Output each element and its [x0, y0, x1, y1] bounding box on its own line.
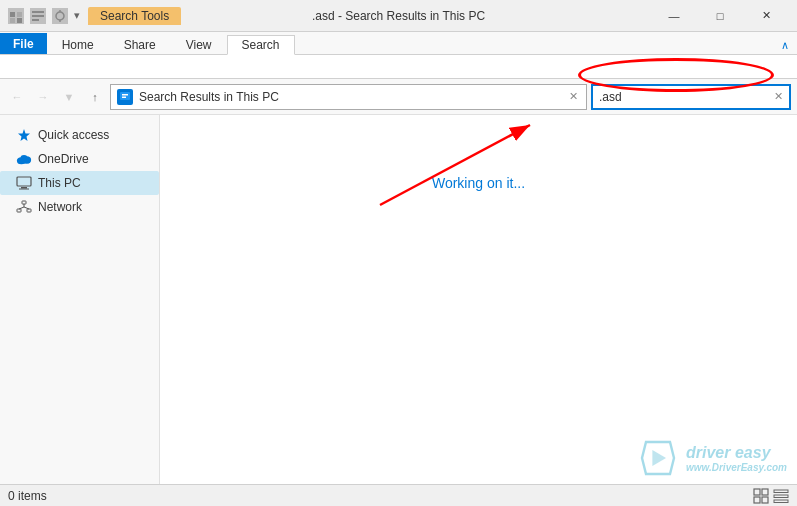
search-tools-label: Search Tools	[100, 9, 169, 23]
svg-rect-0	[10, 12, 15, 17]
svg-line-28	[380, 125, 530, 205]
svg-line-25	[19, 207, 24, 209]
sidebar-label-network: Network	[38, 200, 82, 214]
window-title: .asd - Search Results in This PC	[312, 9, 485, 23]
status-items: 0 items	[8, 489, 47, 503]
sidebar-item-onedrive[interactable]: OneDrive	[0, 147, 159, 171]
recent-button[interactable]: ▼	[58, 86, 80, 108]
svg-rect-31	[754, 497, 760, 503]
svg-point-7	[56, 12, 64, 20]
title-bar: ▾ Search Tools .asd - Search Results in …	[0, 0, 797, 32]
annotation-arrow	[160, 115, 797, 485]
working-text: Working on it...	[432, 175, 525, 191]
svg-rect-19	[21, 187, 27, 189]
minimize-button[interactable]: —	[651, 0, 697, 32]
svg-rect-1	[17, 12, 22, 17]
search-input[interactable]	[599, 90, 770, 104]
ribbon-chevron[interactable]: ∧	[773, 37, 797, 54]
status-right	[753, 488, 789, 504]
sidebar: Quick access OneDrive This PC	[0, 115, 160, 485]
svg-marker-37	[652, 450, 666, 466]
svg-marker-13	[18, 129, 30, 141]
pin-icon	[52, 8, 68, 24]
svg-rect-30	[762, 489, 768, 495]
this-pc-icon	[16, 175, 32, 191]
title-bar-controls: — □ ✕	[651, 0, 789, 32]
up-button[interactable]: ↑	[84, 86, 106, 108]
svg-rect-35	[774, 500, 788, 503]
svg-rect-4	[32, 11, 44, 13]
tab-home[interactable]: Home	[47, 35, 109, 54]
watermark: driver easy www.DriverEasy.com	[638, 438, 787, 478]
dropdown-arrow-icon: ▾	[74, 9, 80, 22]
ribbon: File Home Share View Search ∧	[0, 32, 797, 55]
status-bar: 0 items	[0, 484, 797, 506]
svg-rect-33	[774, 490, 788, 493]
svg-line-26	[24, 207, 29, 209]
list-view-icon[interactable]	[773, 488, 789, 504]
address-box: Search Results in This PC ✕	[110, 84, 587, 110]
svg-rect-12	[122, 96, 126, 98]
title-bar-icons: ▾	[8, 8, 80, 24]
grid-view-icon[interactable]	[753, 488, 769, 504]
window-icon	[8, 8, 24, 24]
search-clear-button[interactable]: ✕	[774, 90, 783, 103]
address-bar-row: ← → ▼ ↑ Search Results in This PC ✕ ✕	[0, 79, 797, 115]
svg-rect-18	[17, 177, 31, 186]
onedrive-cloud-icon	[16, 151, 32, 167]
svg-rect-20	[19, 189, 29, 190]
sidebar-item-quick-access[interactable]: Quick access	[0, 123, 159, 147]
sidebar-label-onedrive: OneDrive	[38, 152, 89, 166]
search-box[interactable]: ✕	[591, 84, 791, 110]
quick-access-icon	[30, 8, 46, 24]
sidebar-label-this-pc: This PC	[38, 176, 81, 190]
svg-rect-10	[120, 92, 130, 100]
ribbon-content	[0, 55, 797, 79]
tab-file[interactable]: File	[0, 33, 47, 54]
svg-rect-17	[18, 160, 30, 164]
back-button[interactable]: ←	[6, 86, 28, 108]
tab-search[interactable]: Search	[227, 35, 295, 55]
watermark-brand: driver easy www.DriverEasy.com	[686, 444, 787, 473]
content-area: Working on it...	[160, 115, 797, 485]
tab-share[interactable]: Share	[109, 35, 171, 54]
svg-rect-2	[10, 18, 15, 23]
network-icon	[16, 199, 32, 215]
driver-easy-logo	[638, 438, 678, 478]
sidebar-item-network[interactable]: Network	[0, 195, 159, 219]
svg-rect-6	[32, 19, 39, 21]
main-layout: Quick access OneDrive This PC	[0, 115, 797, 485]
location-icon	[117, 89, 133, 105]
svg-rect-11	[122, 94, 128, 96]
quick-access-star-icon	[16, 127, 32, 143]
close-button[interactable]: ✕	[743, 0, 789, 32]
svg-rect-29	[754, 489, 760, 495]
svg-rect-22	[17, 209, 21, 212]
svg-rect-34	[774, 495, 788, 498]
tab-view[interactable]: View	[171, 35, 227, 54]
search-tools-tab: Search Tools	[88, 7, 181, 25]
sidebar-item-this-pc[interactable]: This PC	[0, 171, 159, 195]
svg-rect-21	[22, 201, 26, 204]
ribbon-tabs: File Home Share View Search ∧	[0, 32, 797, 54]
address-text: Search Results in This PC	[139, 90, 561, 104]
sidebar-label-quick-access: Quick access	[38, 128, 109, 142]
svg-rect-3	[17, 18, 22, 23]
maximize-button[interactable]: □	[697, 0, 743, 32]
address-clear-button[interactable]: ✕	[567, 88, 580, 105]
svg-rect-32	[762, 497, 768, 503]
svg-rect-5	[32, 15, 44, 17]
svg-rect-23	[27, 209, 31, 212]
forward-button[interactable]: →	[32, 86, 54, 108]
